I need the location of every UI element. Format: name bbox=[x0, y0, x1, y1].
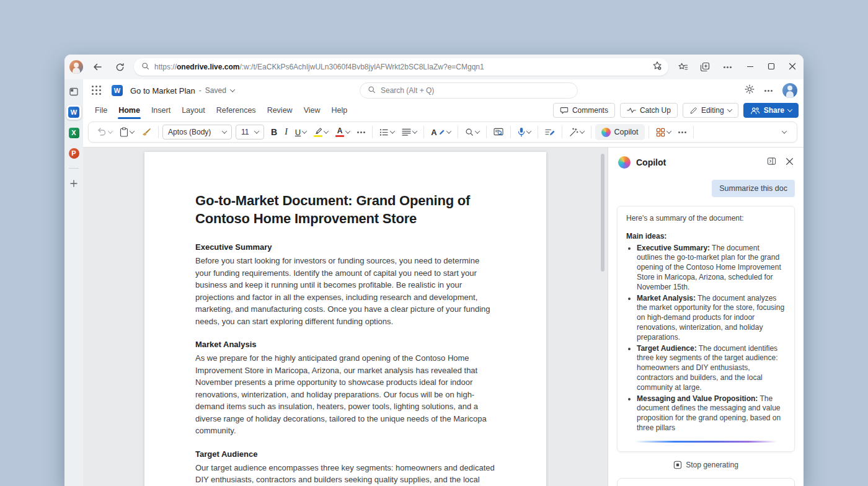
chevron-down-icon bbox=[324, 128, 329, 133]
styles-button[interactable]: A bbox=[428, 125, 453, 139]
rail-item-word[interactable]: W bbox=[66, 105, 81, 120]
clipboard-icon bbox=[120, 127, 128, 137]
italic-button[interactable]: I bbox=[281, 125, 291, 139]
saved-separator: - bbox=[199, 86, 202, 95]
editor-pen-icon bbox=[545, 128, 555, 137]
browser-more-icon[interactable] bbox=[719, 59, 735, 75]
tab-file[interactable]: File bbox=[89, 104, 113, 117]
document-canvas[interactable]: Go-to-Market Document: Grand Opening of … bbox=[83, 148, 608, 486]
font-color-icon: A bbox=[335, 128, 344, 137]
app-rail: W X P bbox=[64, 79, 83, 486]
tab-references[interactable]: References bbox=[211, 104, 262, 117]
format-painter-button[interactable] bbox=[138, 125, 154, 139]
line-spacing-button[interactable] bbox=[399, 126, 420, 139]
chevron-down-icon bbox=[222, 128, 227, 133]
editing-mode-button[interactable]: Editing bbox=[683, 103, 738, 118]
rail-item-excel[interactable]: X bbox=[66, 125, 81, 140]
summary-bullet: Messaging and Value Proposition:The docu… bbox=[637, 394, 786, 433]
chevron-down-icon bbox=[579, 128, 584, 133]
highlight-button[interactable] bbox=[311, 125, 331, 139]
address-bar[interactable]: https://onedrive.live.com/:w:/t/EaCKkPs6… bbox=[134, 58, 668, 76]
find-button[interactable] bbox=[462, 125, 482, 139]
font-name-select[interactable]: Aptos (Body) bbox=[162, 125, 232, 139]
app-launcher-icon[interactable] bbox=[92, 86, 102, 95]
search-icon bbox=[141, 61, 149, 73]
browser-profile-avatar[interactable] bbox=[69, 60, 83, 74]
maximize-button[interactable] bbox=[768, 61, 775, 73]
font-more-button[interactable] bbox=[354, 129, 368, 136]
summary-bullet-list: Executive Summary:The document outlines … bbox=[626, 244, 786, 433]
sidebar-toggle-icon[interactable] bbox=[66, 84, 81, 99]
paste-button[interactable] bbox=[117, 125, 137, 139]
tab-view[interactable]: View bbox=[298, 104, 326, 117]
tab-help[interactable]: Help bbox=[326, 104, 353, 117]
chevron-down-icon bbox=[130, 128, 135, 133]
undo-button[interactable] bbox=[94, 125, 115, 139]
comments-button[interactable]: Comments bbox=[553, 103, 615, 118]
summary-bullet: Market Analysis:The document analyzes th… bbox=[637, 294, 786, 343]
style-pen-icon bbox=[439, 129, 445, 135]
word-app: W Go to Market Plan - Saved bbox=[83, 79, 804, 486]
font-size-select[interactable]: 11 bbox=[236, 125, 264, 139]
tab-review[interactable]: Review bbox=[262, 104, 298, 117]
search-input[interactable] bbox=[381, 86, 570, 95]
url-text: https://onedrive.live.com/:w:/t/EaCKkPs6… bbox=[154, 63, 647, 71]
saved-chevron-icon[interactable] bbox=[230, 87, 235, 92]
document-page[interactable]: Go-to-Market Document: Grand Opening of … bbox=[144, 152, 546, 486]
close-button[interactable] bbox=[789, 61, 796, 73]
chevron-down-icon bbox=[345, 128, 350, 133]
summarize-doc-chip[interactable]: Summarize this doc bbox=[712, 180, 795, 197]
copilot-panel-title: Copilot bbox=[636, 157, 666, 167]
underline-button[interactable]: U bbox=[292, 125, 309, 139]
bullets-button[interactable] bbox=[376, 126, 397, 139]
document-name[interactable]: Go to Market Plan bbox=[130, 86, 195, 95]
saved-status[interactable]: Saved bbox=[205, 86, 226, 95]
rewrite-button[interactable] bbox=[566, 125, 587, 139]
word-logo: W bbox=[112, 85, 123, 96]
copilot-input-box[interactable]: Describe what you'd like to do or use / … bbox=[617, 478, 795, 486]
settings-gear-icon[interactable] bbox=[745, 84, 755, 97]
page-search-icon bbox=[494, 128, 503, 136]
summary-intro: Here's a summary of the document: bbox=[626, 214, 786, 224]
favorites-icon[interactable] bbox=[675, 59, 691, 75]
close-panel-icon[interactable] bbox=[786, 157, 794, 168]
tab-insert[interactable]: Insert bbox=[146, 104, 176, 117]
share-button[interactable]: Share bbox=[743, 103, 799, 118]
add-favorite-icon[interactable] bbox=[652, 61, 662, 73]
tab-layout[interactable]: Layout bbox=[176, 104, 211, 117]
bold-button[interactable]: B bbox=[268, 125, 280, 139]
ribbon-more-button[interactable] bbox=[675, 129, 689, 136]
stop-icon bbox=[673, 461, 682, 469]
immersive-reader-button[interactable] bbox=[490, 125, 507, 139]
catch-up-button[interactable]: Catch Up bbox=[620, 103, 678, 118]
chevron-down-icon bbox=[412, 128, 417, 133]
stop-generating-button[interactable]: Stop generating bbox=[668, 459, 743, 471]
account-avatar[interactable] bbox=[782, 83, 797, 98]
rail-add-button[interactable] bbox=[66, 176, 81, 191]
rail-item-powerpoint[interactable]: P bbox=[66, 146, 81, 161]
copilot-icon bbox=[601, 128, 611, 137]
minimize-button[interactable] bbox=[746, 61, 754, 73]
refresh-button[interactable] bbox=[112, 59, 128, 75]
collapse-ribbon-button[interactable] bbox=[779, 128, 789, 136]
document-title: Go-to-Market Document: Grand Opening of … bbox=[195, 192, 495, 228]
document-scrollbar[interactable] bbox=[601, 154, 604, 272]
copilot-button[interactable]: Copilot bbox=[595, 124, 645, 140]
back-button[interactable] bbox=[89, 59, 105, 75]
rail-divider bbox=[69, 168, 79, 169]
collections-icon[interactable] bbox=[697, 59, 713, 75]
undo-icon bbox=[97, 128, 107, 136]
chevron-down-icon bbox=[782, 128, 787, 133]
designer-button[interactable] bbox=[653, 125, 674, 139]
dictate-button[interactable] bbox=[515, 125, 534, 139]
tab-home[interactable]: Home bbox=[113, 104, 146, 117]
editor-button[interactable] bbox=[542, 125, 558, 139]
dock-panel-icon[interactable] bbox=[767, 157, 776, 168]
designer-grid-icon bbox=[656, 128, 665, 137]
comment-icon bbox=[560, 106, 569, 115]
summary-bullet: Target Audience:The document identifies … bbox=[637, 344, 786, 393]
header-more-icon[interactable] bbox=[764, 90, 773, 92]
search-box[interactable] bbox=[360, 82, 578, 99]
font-color-button[interactable]: A bbox=[332, 125, 353, 139]
microphone-icon bbox=[518, 127, 525, 137]
